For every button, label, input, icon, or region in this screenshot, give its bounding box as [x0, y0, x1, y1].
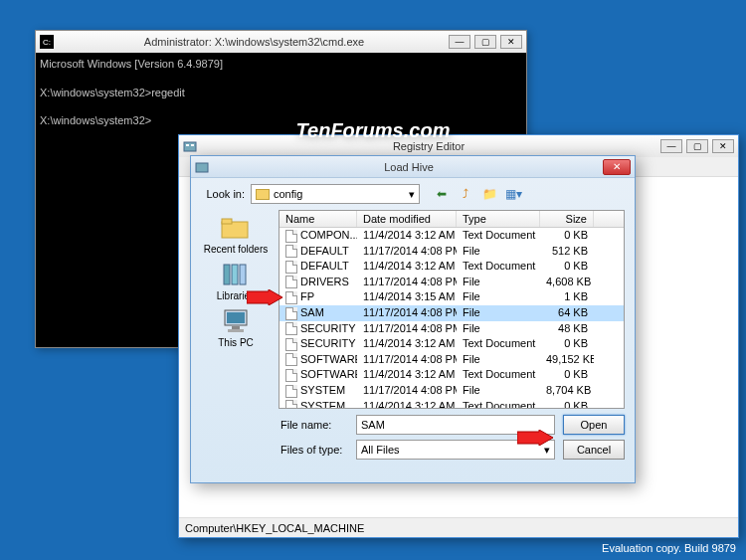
- cmd-line: X:\windows\system32>regedit: [40, 86, 522, 99]
- svg-rect-1: [186, 144, 189, 146]
- file-row[interactable]: SECURITY11/17/2014 4:08 PMFile48 KB: [280, 321, 624, 337]
- file-row[interactable]: DEFAULT11/4/2014 3:12 AMText Document0 K…: [280, 259, 624, 275]
- back-icon[interactable]: ⬅: [432, 185, 452, 203]
- file-list-header[interactable]: Name Date modified Type Size: [280, 211, 624, 228]
- cmd-title: Administrator: X:\windows\system32\cmd.e…: [60, 36, 449, 48]
- lookin-label: Look in:: [201, 188, 245, 200]
- col-size[interactable]: Size: [540, 211, 594, 227]
- svg-rect-8: [240, 265, 246, 284]
- file-icon: [285, 245, 297, 258]
- maximize-button[interactable]: ▢: [474, 35, 496, 49]
- file-icon: [285, 291, 297, 304]
- file-row[interactable]: SECURITY11/4/2014 3:12 AMText Document0 …: [280, 336, 624, 352]
- regedit-window: Registry Editor — ▢ ✕ File Edit View Fav…: [178, 134, 739, 538]
- svg-rect-11: [232, 326, 240, 329]
- open-button[interactable]: Open: [563, 415, 625, 435]
- minimize-button[interactable]: —: [449, 35, 470, 49]
- folder-icon: [256, 189, 270, 200]
- filetype-combo[interactable]: All Files▾: [356, 440, 555, 460]
- file-row[interactable]: COMPON...11/4/2014 3:12 AMText Document0…: [280, 228, 624, 244]
- cmd-output: Microsoft Windows [Version 6.4.9879] X:\…: [36, 53, 526, 131]
- lookin-value: config: [274, 188, 302, 200]
- file-icon: [285, 369, 297, 382]
- file-icon: [285, 353, 297, 366]
- file-icon: [285, 400, 297, 409]
- file-icon: [285, 385, 297, 398]
- close-button[interactable]: ✕: [603, 159, 631, 175]
- status-path: Computer\HKEY_LOCAL_MACHINE: [185, 522, 364, 534]
- svg-rect-12: [228, 329, 244, 332]
- file-row[interactable]: FP11/4/2014 3:15 AMFile1 KB: [280, 289, 624, 305]
- dialog-title: Load Hive: [215, 161, 603, 173]
- views-icon[interactable]: ▦▾: [503, 185, 523, 203]
- lookin-combo[interactable]: config ▾: [251, 184, 420, 204]
- file-icon: [285, 230, 297, 243]
- pc-icon: [220, 307, 252, 335]
- filetype-label: Files of type:: [280, 444, 348, 456]
- svg-rect-3: [196, 163, 208, 172]
- libraries-icon: [220, 261, 252, 288]
- regedit-icon: [183, 139, 197, 153]
- place-recent[interactable]: Recent folders: [204, 214, 268, 255]
- file-icon: [285, 322, 297, 335]
- regedit-titlebar[interactable]: Registry Editor — ▢ ✕: [179, 135, 738, 157]
- cmd-line: Microsoft Windows [Version 6.4.9879]: [40, 57, 522, 71]
- filename-input[interactable]: [356, 415, 555, 435]
- file-icon: [285, 338, 297, 351]
- file-row[interactable]: DRIVERS11/17/2014 4:08 PMFile4,608 KB: [280, 275, 624, 290]
- up-icon[interactable]: ⤴: [456, 185, 475, 203]
- file-list[interactable]: Name Date modified Type Size COMPON...11…: [279, 210, 625, 409]
- svg-rect-10: [227, 312, 245, 323]
- file-row[interactable]: DEFAULT11/17/2014 4:08 PMFile512 KB: [280, 244, 624, 260]
- file-row[interactable]: SAM11/17/2014 4:08 PMFile64 KB: [280, 305, 624, 321]
- dialog-icon: [195, 160, 209, 174]
- file-icon: [285, 261, 297, 274]
- load-hive-dialog: Load Hive ✕ Look in: config ▾ ⬅ ⤴ 📁 ▦▾: [190, 155, 636, 483]
- file-icon: [285, 307, 297, 320]
- svg-rect-2: [191, 144, 194, 146]
- filename-label: File name:: [280, 419, 348, 431]
- cmd-titlebar[interactable]: C: Administrator: X:\windows\system32\cm…: [36, 31, 526, 53]
- close-button[interactable]: ✕: [712, 139, 734, 153]
- svg-rect-6: [224, 265, 230, 284]
- file-row[interactable]: SOFTWARE11/4/2014 3:12 AMText Document0 …: [280, 367, 624, 383]
- new-folder-icon[interactable]: 📁: [479, 185, 499, 203]
- svg-rect-0: [184, 142, 196, 151]
- evaluation-watermark: Evaluation copy. Build 9879: [602, 542, 736, 554]
- svg-rect-5: [222, 219, 232, 224]
- minimize-button[interactable]: —: [660, 139, 682, 153]
- file-row[interactable]: SYSTEM11/4/2014 3:12 AMText Document0 KB: [280, 399, 624, 409]
- col-type[interactable]: Type: [457, 211, 540, 227]
- place-libraries[interactable]: Libraries: [217, 261, 255, 301]
- close-button[interactable]: ✕: [500, 35, 522, 49]
- cmd-icon: C:: [40, 35, 54, 49]
- recent-folder-icon: [220, 214, 252, 242]
- regedit-statusbar: Computer\HKEY_LOCAL_MACHINE: [179, 517, 738, 537]
- file-row[interactable]: SOFTWARE11/17/2014 4:08 PMFile49,152 KB: [280, 352, 624, 368]
- cancel-button[interactable]: Cancel: [563, 440, 625, 460]
- col-date[interactable]: Date modified: [357, 211, 457, 227]
- file-icon: [285, 276, 297, 288]
- places-bar: Recent folders Libraries This PC: [201, 210, 271, 409]
- place-thispc[interactable]: This PC: [218, 307, 254, 348]
- svg-rect-7: [232, 265, 238, 284]
- maximize-button[interactable]: ▢: [686, 139, 708, 153]
- site-watermark: TenForums.com: [296, 119, 451, 142]
- regedit-body: Load Hive ✕ Look in: config ▾ ⬅ ⤴ 📁 ▦▾: [179, 177, 738, 517]
- file-row[interactable]: SYSTEM11/17/2014 4:08 PMFile8,704 KB: [280, 383, 624, 399]
- dialog-titlebar[interactable]: Load Hive ✕: [191, 156, 635, 178]
- col-name[interactable]: Name: [280, 211, 357, 227]
